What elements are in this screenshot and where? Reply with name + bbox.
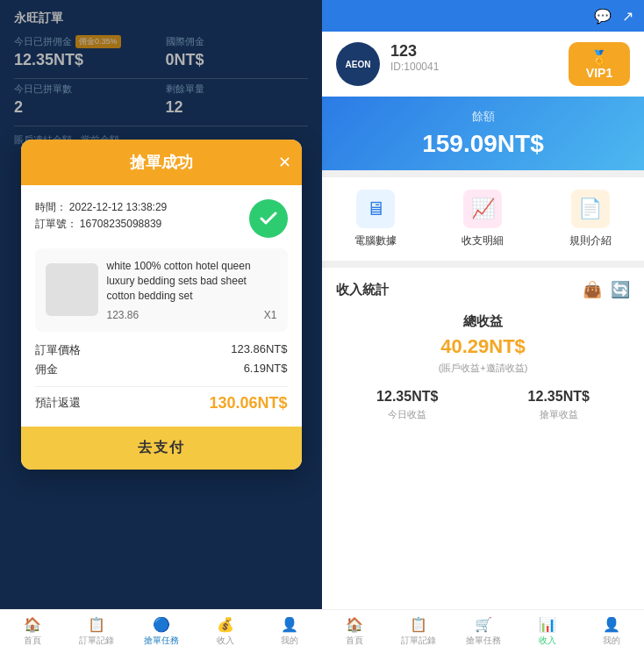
- qa-pc-data[interactable]: 🖥 電腦數據: [322, 190, 429, 248]
- rnav-income[interactable]: 📊 收入: [515, 610, 579, 653]
- quick-actions: 🖥 電腦數據 📈 收支明細 📄 規則介紹: [322, 177, 644, 261]
- order-income-label: 搶單收益: [488, 408, 631, 421]
- nav-home[interactable]: 🏠 首頁: [0, 610, 64, 653]
- user-name: 123: [390, 42, 558, 61]
- qa-rules[interactable]: 📄 規則介紹: [537, 190, 644, 248]
- order-price-line: 訂單價格 123.86NT$: [35, 342, 288, 358]
- rnav-home-label: 首頁: [346, 635, 363, 647]
- right-panel: 💬 ↗ AEON 123 ID:100041 🏅 VIP1 餘額 159.09N…: [322, 0, 644, 653]
- order-price-value: 123.86NT$: [231, 342, 287, 358]
- income-icons: 👜 🔄: [583, 280, 630, 299]
- prepay-return-label: 預計返還: [35, 395, 81, 411]
- balance-card: 餘額 159.09NT$: [322, 97, 644, 170]
- pay-button[interactable]: 去支付: [21, 427, 302, 470]
- product-image: [46, 263, 98, 316]
- rnav-mine-icon: 👤: [603, 616, 620, 633]
- rnav-mine[interactable]: 👤 我的: [580, 610, 644, 653]
- rnav-orders-icon: 📋: [410, 616, 427, 633]
- rnav-orders-label: 訂單記錄: [401, 635, 436, 647]
- total-income-label: 總收益: [336, 313, 630, 330]
- rnav-orders[interactable]: 📋 訂單記錄: [386, 610, 450, 653]
- user-info: 123 ID:100041: [390, 42, 558, 86]
- income-section: 收入統計 👜 🔄 總收益 40.29NT$ (賬戶收益+邀請收益) 12.35N…: [322, 268, 644, 609]
- wallet-icon[interactable]: 👜: [583, 280, 602, 299]
- modal-info-text: 時間： 2022-12-12 13:38:29 訂單號： 16708235098…: [35, 199, 168, 233]
- modal-body: 時間： 2022-12-12 13:38:29 訂單號： 16708235098…: [21, 185, 302, 426]
- chat-icon[interactable]: 💬: [594, 8, 612, 25]
- order-price-label: 訂單價格: [35, 342, 81, 358]
- vip-badge: 🏅 VIP1: [569, 42, 630, 86]
- balance-amount: 159.09NT$: [336, 130, 630, 158]
- nav-mine-label: 我的: [281, 635, 298, 647]
- commission-label: 佣金: [35, 362, 58, 377]
- nav-income[interactable]: 💰 收入: [193, 610, 257, 653]
- nav-home-label: 首頁: [24, 635, 41, 647]
- user-id: ID:100041: [390, 61, 558, 73]
- rnav-grab-label: 搶單任務: [466, 635, 501, 647]
- user-card: AEON 123 ID:100041 🏅 VIP1: [322, 32, 644, 97]
- rnav-home-icon: 🏠: [346, 616, 363, 633]
- rnav-mine-label: 我的: [603, 635, 620, 647]
- income-icon: 💰: [217, 616, 234, 633]
- modal-divider: [35, 386, 288, 387]
- order-income-value: 12.35NT$: [488, 389, 631, 405]
- modal-header: 搶單成功 ✕: [21, 140, 302, 185]
- nav-grab-label: 搶單任務: [144, 635, 179, 647]
- product-details: white 100% cotton hotel queen luxury bed…: [107, 259, 277, 320]
- bottom-nav-left: 🏠 首頁 📋 訂單記錄 🔵 搶單任務 💰 收入 👤 我的: [0, 609, 322, 653]
- modal-close-button[interactable]: ✕: [278, 153, 291, 172]
- share-icon[interactable]: ↗: [622, 8, 633, 25]
- product-qty: X1: [264, 309, 277, 321]
- grab-order-modal: 搶單成功 ✕ 時間： 2022-12-12 13:38:29 訂單號： 1670…: [21, 140, 302, 469]
- prepay-return-value: 130.06NT$: [209, 394, 287, 413]
- modal-info-row: 時間： 2022-12-12 13:38:29 訂單號： 16708235098…: [35, 199, 288, 238]
- qa-pc-label: 電腦數據: [354, 233, 397, 248]
- bottom-nav-right: 🏠 首頁 📋 訂單記錄 🛒 搶單任務 📊 收入 👤 我的: [322, 609, 644, 653]
- today-income-label: 今日收益: [336, 408, 479, 421]
- income-sub: (賬戶收益+邀請收益): [336, 362, 630, 375]
- rnav-grab-icon: 🛒: [475, 616, 492, 633]
- rules-icon: 📄: [571, 190, 610, 228]
- today-income-value: 12.35NT$: [336, 389, 479, 405]
- vip-text: VIP1: [586, 66, 612, 80]
- transfer-icon[interactable]: 🔄: [611, 280, 630, 299]
- left-panel: 永旺訂單 今日已拼佣金 佣金0.35% 12.35NT$ 國際佣金 0NT$ 今…: [0, 0, 322, 653]
- order-value: 16708235098839: [80, 218, 161, 230]
- rnav-grab[interactable]: 🛒 搶單任務: [451, 610, 515, 653]
- income-header: 收入統計 👜 🔄: [336, 280, 630, 299]
- pc-icon: 🖥: [356, 190, 395, 228]
- vip-icon: 🏅: [590, 49, 608, 66]
- nav-grab-order[interactable]: 🔵 搶單任務: [129, 610, 193, 653]
- income-center: 總收益 40.29NT$ (賬戶收益+邀請收益): [336, 313, 630, 375]
- nav-mine[interactable]: 👤 我的: [258, 610, 322, 653]
- product-price: 123.86: [107, 309, 140, 321]
- grab-order-icon: 🔵: [153, 616, 170, 633]
- income-title: 收入統計: [336, 282, 389, 298]
- total-income-amount: 40.29NT$: [336, 335, 630, 358]
- order-row: 訂單號： 16708235098839: [35, 216, 168, 233]
- nav-orders-label: 訂單記錄: [79, 635, 114, 647]
- payment-icon: 📈: [463, 190, 502, 228]
- time-value: 2022-12-12 13:38:29: [69, 201, 167, 213]
- mine-icon: 👤: [281, 616, 298, 633]
- product-price-row: 123.86 X1: [107, 309, 277, 321]
- home-icon: 🏠: [24, 616, 41, 633]
- success-icon: [249, 199, 288, 238]
- time-label: 時間：: [35, 201, 67, 213]
- income-row: 12.35NT$ 今日收益 12.35NT$ 搶單收益: [336, 389, 630, 421]
- modal-overlay: 搶單成功 ✕ 時間： 2022-12-12 13:38:29 訂單號： 1670…: [0, 0, 322, 609]
- total-line: 預計返還 130.06NT$: [35, 394, 288, 413]
- balance-label: 餘額: [336, 109, 630, 125]
- qa-rules-label: 規則介紹: [569, 233, 612, 248]
- time-row: 時間： 2022-12-12 13:38:29: [35, 199, 168, 216]
- rnav-home[interactable]: 🏠 首頁: [322, 610, 386, 653]
- nav-orders[interactable]: 📋 訂單記錄: [64, 610, 128, 653]
- modal-title: 搶單成功: [130, 154, 193, 171]
- today-income-item: 12.35NT$ 今日收益: [336, 389, 479, 421]
- nav-income-label: 收入: [217, 635, 234, 647]
- product-name: white 100% cotton hotel queen luxury bed…: [107, 259, 277, 303]
- order-income-item: 12.35NT$ 搶單收益: [488, 389, 631, 421]
- qa-payment-detail[interactable]: 📈 收支明細: [429, 190, 536, 248]
- orders-icon: 📋: [88, 616, 105, 633]
- product-card: white 100% cotton hotel queen luxury bed…: [35, 248, 288, 331]
